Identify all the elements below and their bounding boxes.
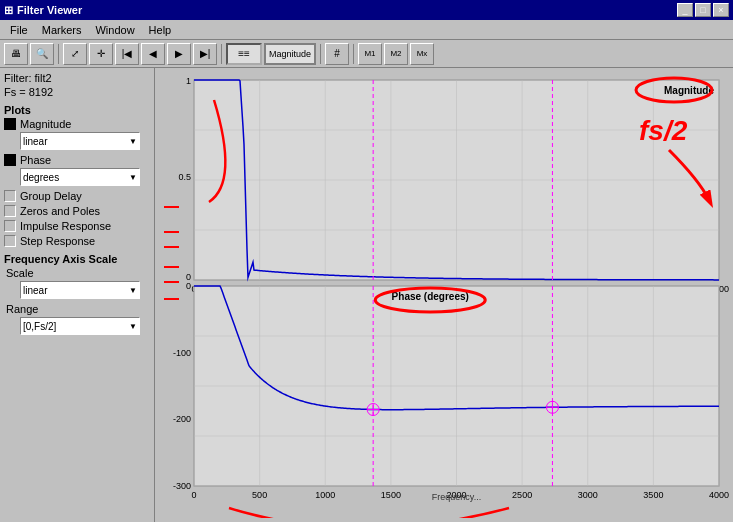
magnitude-button[interactable]: Magnitude	[264, 43, 316, 65]
multi-plot-button[interactable]: ≡≡	[226, 43, 262, 65]
plots-wrapper: fs/2	[159, 72, 729, 518]
marker-tools-button[interactable]: Mx	[410, 43, 434, 65]
zoom-button[interactable]: 🔍	[30, 43, 54, 65]
range-dropdown[interactable]: [0,Fs/2] ▼	[20, 317, 140, 335]
toolbar-sep1	[58, 44, 59, 64]
menu-bar: File Markers Window Help	[0, 20, 733, 40]
magnitude-plot-label: Magnitude	[20, 118, 71, 130]
menu-help[interactable]: Help	[143, 23, 178, 37]
toolbar-sep2	[221, 44, 222, 64]
toolbar-sep3	[320, 44, 321, 64]
impulse-checkbox[interactable]	[4, 220, 16, 232]
prev-button[interactable]: ◀	[141, 43, 165, 65]
menu-file[interactable]: File	[4, 23, 34, 37]
app-icon: ⊞	[4, 4, 13, 17]
step-checkbox[interactable]	[4, 235, 16, 247]
right-panel: fs/2	[155, 68, 733, 522]
phase-dropdown-arrow: ▼	[129, 173, 137, 182]
range-dropdown-arrow: ▼	[129, 322, 137, 331]
step-label: Step Response	[20, 235, 95, 247]
group-delay-checkbox[interactable]	[4, 190, 16, 202]
toolbar: 🖶 🔍 ⤢ ✛ |◀ ◀ ▶ ▶| ≡≡ Magnitude # M1 M2 M…	[0, 40, 733, 68]
freq-axis-section: Frequency Axis Scale Scale linear ▼ Rang…	[4, 253, 150, 335]
filter-name-label: Filter: filt2	[4, 72, 150, 84]
phase-plot-item: Phase	[4, 154, 150, 166]
magnitude-checkbox[interactable]	[4, 118, 16, 130]
title-bar: ⊞ Filter Viewer _ □ ×	[0, 0, 733, 20]
arrow-right-button[interactable]: ▶|	[193, 43, 217, 65]
impulse-item: Impulse Response	[4, 220, 150, 232]
marker2-button[interactable]: M2	[384, 43, 408, 65]
range-label: Range	[6, 303, 150, 315]
phase-checkbox[interactable]	[4, 154, 16, 166]
impulse-label: Impulse Response	[20, 220, 111, 232]
phase-dropdown[interactable]: degrees ▼	[20, 168, 140, 186]
toolbar-sep4	[353, 44, 354, 64]
freq-axis-label: Frequency Axis Scale	[4, 253, 150, 265]
cursor-button[interactable]: ⤢	[63, 43, 87, 65]
arrow-left-button[interactable]: |◀	[115, 43, 139, 65]
menu-markers[interactable]: Markers	[36, 23, 88, 37]
group-delay-label: Group Delay	[20, 190, 82, 202]
close-button[interactable]: ×	[713, 3, 729, 17]
maximize-button[interactable]: □	[695, 3, 711, 17]
group-delay-item: Group Delay	[4, 190, 150, 202]
zeros-poles-checkbox[interactable]	[4, 205, 16, 217]
zeros-poles-label: Zeros and Poles	[20, 205, 100, 217]
magnitude-dropdown-arrow: ▼	[129, 137, 137, 146]
menu-window[interactable]: Window	[89, 23, 140, 37]
title-bar-title: ⊞ Filter Viewer	[4, 4, 82, 17]
grid-button[interactable]: #	[325, 43, 349, 65]
print-button[interactable]: 🖶	[4, 43, 28, 65]
magnitude-plot-item: Magnitude	[4, 118, 150, 130]
plots-section-label: Plots	[4, 104, 150, 116]
next-button[interactable]: ▶	[167, 43, 191, 65]
left-panel: Filter: filt2 Fs = 8192 Plots Magnitude …	[0, 68, 155, 522]
marker1-button[interactable]: M1	[358, 43, 382, 65]
crosshair-button[interactable]: ✛	[89, 43, 113, 65]
phase-plot-label: Phase	[20, 154, 51, 166]
main-content: Filter: filt2 Fs = 8192 Plots Magnitude …	[0, 68, 733, 522]
scale-label: Scale	[6, 267, 150, 279]
scale-dropdown[interactable]: linear ▼	[20, 281, 140, 299]
fs-label: Fs = 8192	[4, 86, 150, 98]
zeros-poles-item: Zeros and Poles	[4, 205, 150, 217]
minimize-button[interactable]: _	[677, 3, 693, 17]
title-bar-controls: _ □ ×	[677, 3, 729, 17]
magnitude-dropdown[interactable]: linear ▼	[20, 132, 140, 150]
plot-canvas[interactable]	[159, 72, 729, 518]
filter-info: Filter: filt2 Fs = 8192	[4, 72, 150, 98]
scale-dropdown-arrow: ▼	[129, 286, 137, 295]
step-item: Step Response	[4, 235, 150, 247]
